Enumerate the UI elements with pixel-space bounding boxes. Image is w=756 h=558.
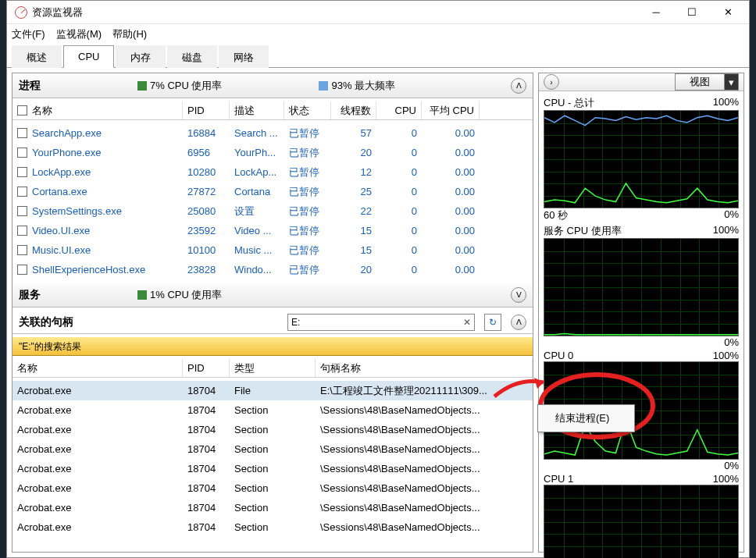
max-freq-metric: 93% 最大频率	[319, 79, 395, 93]
chart-foot-left: 60 秒	[544, 208, 568, 222]
processes-title: 进程	[19, 79, 41, 93]
handle-row[interactable]: Acrobat.exe18704Section\Sessions\48\Base…	[12, 459, 533, 478]
expand-charts-button[interactable]: ›	[544, 74, 559, 90]
right-pane: › 视图 ▾ CPU - 总计100% 60 秒0%服务 CPU 使用率100%…	[538, 73, 744, 553]
chart-title: CPU - 总计	[544, 96, 594, 110]
search-results-bar: "E:"的搜索结果	[12, 337, 533, 356]
select-all-checkbox[interactable]	[17, 105, 27, 116]
cpu-chart	[544, 238, 739, 336]
charts-container: CPU - 总计100% 60 秒0%服务 CPU 使用率100% 0%CPU …	[539, 91, 744, 558]
collapse-processes-button[interactable]: ᐱ	[511, 78, 526, 94]
refresh-search-button[interactable]: ↻	[484, 314, 501, 331]
blue-square-icon	[319, 81, 328, 91]
row-checkbox[interactable]	[17, 226, 27, 236]
process-row[interactable]: Video.UI.exe 23592Video ...已暂停 1500.00	[12, 221, 533, 240]
handles-search-input[interactable]	[288, 317, 460, 328]
row-checkbox[interactable]	[17, 128, 27, 138]
menubar: 文件(F) 监视器(M) 帮助(H)	[7, 24, 749, 44]
process-row[interactable]: YourPhone.exe 6956YourPh...已暂停 2000.00	[12, 143, 533, 162]
services-title: 服务	[19, 288, 41, 302]
row-checkbox[interactable]	[17, 187, 27, 197]
process-row[interactable]: Cortana.exe 27872Cortana已暂停 2500.00	[12, 182, 533, 201]
chart-title: CPU 1	[544, 473, 573, 485]
handle-row[interactable]: Acrobat.exe18704Section\Sessions\48\Base…	[12, 517, 533, 537]
right-pane-header: › 视图 ▾	[539, 73, 744, 91]
chart-max: 100%	[713, 96, 739, 110]
handles-header[interactable]: 关联的句柄 ✕ ↻ ᐱ	[12, 311, 533, 334]
end-process-menu-item[interactable]: 结束进程(E)	[540, 408, 633, 428]
chart-max: 100%	[713, 473, 739, 485]
process-row[interactable]: SearchApp.exe 16884Search ...已暂停 5700.00	[12, 123, 533, 143]
chart-foot-right: 0%	[724, 208, 739, 222]
process-row[interactable]: SystemSettings.exe 25080设置已暂停 2200.00	[12, 201, 533, 221]
process-row[interactable]: ShellExperienceHost.exe 23828Windo...已暂停…	[12, 260, 533, 279]
view-dropdown-icon[interactable]: ▾	[724, 74, 738, 90]
left-pane: 进程 7% CPU 使用率 93% 最大频率 ᐱ 名称 PID 描述 状态 线程…	[12, 73, 533, 553]
cpu-chart	[544, 110, 739, 208]
cpu-usage-metric: 7% CPU 使用率	[137, 79, 222, 93]
context-menu: 结束进程(E)	[537, 404, 635, 432]
tab-network[interactable]: 网络	[219, 45, 269, 68]
handles-title: 关联的句柄	[19, 315, 73, 329]
handle-row[interactable]: Acrobat.exe18704FileE:\工程竣工文件整理20211111\…	[12, 381, 533, 400]
chart-max: 100%	[713, 224, 739, 238]
process-row[interactable]: LockApp.exe 10280LockAp...已暂停 1200.00	[12, 162, 533, 182]
chart-foot-right: 0%	[724, 460, 739, 471]
row-checkbox[interactable]	[17, 206, 27, 216]
tab-disk[interactable]: 磁盘	[167, 45, 217, 68]
menu-monitor[interactable]: 监视器(M)	[56, 27, 102, 41]
process-row[interactable]: Music.UI.exe 10100Music ...已暂停 1500.00	[12, 240, 533, 260]
expand-services-button[interactable]: ᐯ	[511, 287, 526, 303]
green-square-icon	[137, 290, 147, 300]
services-header[interactable]: 服务 1% CPU 使用率 ᐯ	[12, 283, 533, 307]
handle-row[interactable]: Acrobat.exe18704Section\Sessions\48\Base…	[12, 478, 533, 498]
row-checkbox[interactable]	[17, 167, 27, 177]
processes-header[interactable]: 进程 7% CPU 使用率 93% 最大频率 ᐱ	[12, 73, 533, 98]
collapse-handles-button[interactable]: ᐱ	[511, 315, 526, 330]
services-cpu-metric: 1% CPU 使用率	[137, 288, 222, 302]
row-checkbox[interactable]	[17, 265, 27, 275]
chart-foot-right: 0%	[724, 336, 739, 348]
chart-title: CPU 0	[544, 350, 573, 361]
processes-rows: SearchApp.exe 16884Search ...已暂停 5700.00…	[12, 123, 533, 279]
green-square-icon	[137, 81, 147, 91]
app-icon	[15, 6, 27, 19]
chart-max: 100%	[713, 350, 739, 361]
handles-rows: Acrobat.exe18704FileE:\工程竣工文件整理20211111\…	[12, 381, 533, 537]
handle-row[interactable]: Acrobat.exe18704Section\Sessions\48\Base…	[12, 420, 533, 439]
view-button[interactable]: 视图 ▾	[675, 73, 739, 91]
tab-overview[interactable]: 概述	[12, 45, 62, 68]
row-checkbox[interactable]	[17, 245, 27, 255]
tab-memory[interactable]: 内存	[116, 45, 166, 68]
window-title: 资源监视器	[32, 5, 638, 20]
tabs: 概述 CPU 内存 磁盘 网络	[7, 44, 749, 68]
handle-row[interactable]: Acrobat.exe18704Section\Sessions\48\Base…	[12, 400, 533, 420]
handles-search-wrap: ✕	[287, 314, 475, 331]
titlebar[interactable]: 资源监视器 ─ ☐ ✕	[7, 1, 749, 24]
handle-row[interactable]: Acrobat.exe18704Section\Sessions\48\Base…	[12, 439, 533, 459]
tab-cpu[interactable]: CPU	[63, 45, 114, 68]
clear-search-button[interactable]: ✕	[460, 317, 474, 328]
app-window: 资源监视器 ─ ☐ ✕ 文件(F) 监视器(M) 帮助(H) 概述 CPU 内存…	[6, 0, 750, 558]
handles-column-header[interactable]: 名称 PID 类型 句柄名称	[12, 359, 533, 378]
chart-title: 服务 CPU 使用率	[544, 224, 622, 238]
row-checkbox[interactable]	[17, 147, 27, 158]
cpu-chart	[544, 485, 739, 558]
close-button[interactable]: ✕	[710, 1, 746, 24]
maximize-button[interactable]: ☐	[674, 1, 710, 24]
menu-help[interactable]: 帮助(H)	[112, 27, 147, 41]
processes-column-header[interactable]: 名称 PID 描述 状态 线程数 CPU 平均 CPU	[12, 101, 533, 120]
handle-row[interactable]: Acrobat.exe18704Section\Sessions\48\Base…	[12, 498, 533, 517]
minimize-button[interactable]: ─	[638, 1, 674, 24]
menu-file[interactable]: 文件(F)	[12, 27, 45, 41]
